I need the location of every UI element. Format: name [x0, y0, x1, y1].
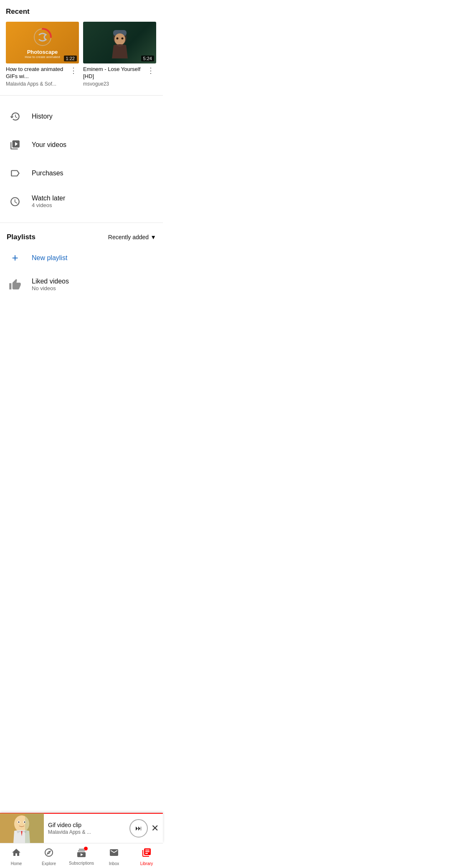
playlists-header: Playlists Recently added ▼	[0, 227, 163, 244]
history-icon	[7, 108, 23, 125]
recent-videos-row: Photoscape How to create animated 1:22 H…	[6, 22, 157, 87]
sort-label: Recently added	[108, 234, 149, 240]
purchases-label-wrap: Purchases	[32, 170, 63, 177]
eminem-figure	[105, 26, 134, 59]
your-videos-label-wrap: Your videos	[32, 141, 66, 149]
sort-chevron-icon: ▼	[150, 234, 156, 240]
purchases-icon	[7, 165, 23, 182]
purchases-svg	[10, 168, 20, 179]
photoscape-icon	[32, 26, 53, 48]
new-playlist-button[interactable]: + New playlist	[0, 244, 163, 272]
svg-point-5	[121, 38, 123, 40]
your-videos-svg	[10, 139, 20, 150]
menu-item-watch-later[interactable]: Watch later 4 videos	[0, 187, 163, 216]
thumbs-up-svg	[9, 278, 21, 291]
video-meta-2: Eminem - Lose Yourself [HD] msvogue23	[83, 66, 145, 87]
history-label: History	[32, 113, 53, 120]
liked-videos-label: Liked videos	[32, 278, 69, 285]
video-info-2: Eminem - Lose Yourself [HD] msvogue23 ⋮	[83, 66, 156, 87]
video-info-1: How to create animated GIFs wi... Malavi…	[6, 66, 79, 87]
video-channel-2: msvogue23	[83, 81, 145, 87]
svg-point-4	[116, 38, 118, 40]
video-channel-1: Malavida Apps & Sof...	[6, 81, 68, 87]
duration-badge-2: 5:24	[141, 56, 154, 61]
new-playlist-label: New playlist	[32, 254, 67, 262]
divider-menu	[0, 223, 163, 223]
video-title-2: Eminem - Lose Yourself [HD]	[83, 66, 145, 80]
playlists-title: Playlists	[7, 233, 35, 241]
sort-button[interactable]: Recently added ▼	[108, 234, 156, 240]
menu-item-purchases[interactable]: Purchases	[0, 159, 163, 187]
liked-videos-item[interactable]: Liked videos No videos	[0, 272, 163, 297]
purchases-label: Purchases	[32, 170, 63, 177]
menu-item-your-videos[interactable]: Your videos	[0, 131, 163, 159]
video-thumb-2: 5:24	[83, 22, 156, 63]
more-options-2[interactable]: ⋮	[145, 66, 156, 75]
recent-section: Recent Photoscape	[0, 0, 163, 91]
video-meta-1: How to create animated GIFs wi... Malavi…	[6, 66, 68, 87]
recent-title: Recent	[6, 8, 157, 16]
more-options-1[interactable]: ⋮	[68, 66, 79, 75]
duration-badge-1: 1:22	[64, 56, 77, 61]
history-label-wrap: History	[32, 113, 53, 120]
divider-recent	[0, 95, 163, 96]
your-videos-icon	[7, 137, 23, 153]
liked-videos-sublabel: No videos	[32, 285, 69, 291]
liked-videos-icon	[7, 276, 23, 293]
watch-later-svg	[10, 196, 20, 207]
video-card-1[interactable]: Photoscape How to create animated 1:22 H…	[6, 22, 79, 87]
watch-later-icon	[7, 193, 23, 210]
photoscape-title: Photoscape	[27, 49, 58, 55]
photoscape-subtitle: How to create animated	[25, 55, 60, 59]
history-svg	[10, 111, 20, 122]
video-title-1: How to create animated GIFs wi...	[6, 66, 68, 80]
watch-later-label: Watch later	[32, 195, 65, 202]
liked-label-wrap: Liked videos No videos	[32, 278, 69, 291]
video-thumb-1: Photoscape How to create animated 1:22	[6, 22, 79, 63]
menu-list: History Your videos Purchases	[0, 100, 163, 218]
your-videos-label: Your videos	[32, 141, 66, 149]
menu-item-history[interactable]: History	[0, 102, 163, 131]
watch-later-label-wrap: Watch later 4 videos	[32, 195, 65, 208]
photoscape-logo: Photoscape How to create animated	[25, 26, 60, 59]
svg-point-3	[114, 33, 125, 45]
video-card-2[interactable]: 5:24 Eminem - Lose Yourself [HD] msvogue…	[83, 22, 156, 87]
watch-later-sublabel: 4 videos	[32, 202, 65, 208]
new-playlist-plus-icon: +	[7, 250, 23, 266]
